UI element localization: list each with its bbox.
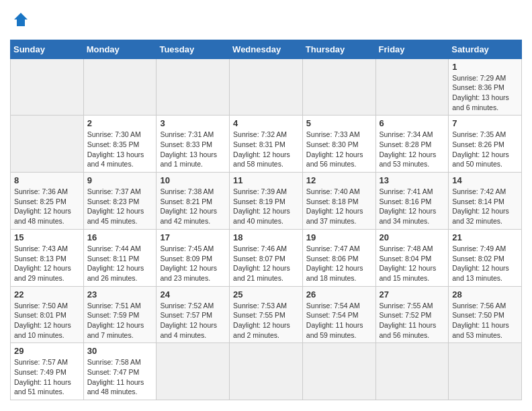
day-info: Sunrise: 7:56 AMSunset: 7:50 PMDaylight:… [452,301,518,340]
day-number: 9 [87,175,153,185]
day-info: Sunrise: 7:30 AMSunset: 8:35 PMDaylight:… [87,130,153,169]
table-row: 12Sunrise: 7:40 AMSunset: 8:18 PMDayligh… [302,173,375,230]
day-number: 10 [160,175,226,185]
table-row [11,116,84,173]
table-row: 6Sunrise: 7:34 AMSunset: 8:28 PMDaylight… [375,116,449,173]
table-row: 11Sunrise: 7:39 AMSunset: 8:19 PMDayligh… [230,173,303,230]
table-row [375,58,449,116]
day-info: Sunrise: 7:41 AMSunset: 8:16 PMDaylight:… [380,187,445,226]
table-row [302,343,375,400]
day-number: 18 [233,232,299,242]
col-header-thursday: Thursday [302,40,375,58]
table-row: 13Sunrise: 7:41 AMSunset: 8:16 PMDayligh… [375,173,449,230]
day-number: 4 [233,118,299,128]
table-row [230,343,303,400]
day-info: Sunrise: 7:32 AMSunset: 8:31 PMDaylight:… [233,130,299,169]
table-row: 30Sunrise: 7:58 AMSunset: 7:47 PMDayligh… [83,343,157,400]
table-row: 25Sunrise: 7:53 AMSunset: 7:55 PMDayligh… [230,286,303,343]
page-header [10,10,522,33]
day-number: 1 [452,62,518,72]
day-number: 17 [160,232,226,242]
day-info: Sunrise: 7:48 AMSunset: 8:04 PMDaylight:… [380,244,445,283]
table-row: 8Sunrise: 7:36 AMSunset: 8:25 PMDaylight… [11,173,84,230]
day-number: 27 [380,289,445,300]
day-number: 12 [306,175,372,185]
week-row: 2Sunrise: 7:30 AMSunset: 8:35 PMDaylight… [11,116,522,173]
table-row: 9Sunrise: 7:37 AMSunset: 8:23 PMDaylight… [83,173,157,230]
day-info: Sunrise: 7:43 AMSunset: 8:13 PMDaylight:… [14,244,80,283]
day-info: Sunrise: 7:42 AMSunset: 8:14 PMDaylight:… [452,187,518,226]
table-row: 10Sunrise: 7:38 AMSunset: 8:21 PMDayligh… [157,173,230,230]
day-info: Sunrise: 7:40 AMSunset: 8:18 PMDaylight:… [306,187,372,226]
table-row: 27Sunrise: 7:55 AMSunset: 7:52 PMDayligh… [375,286,449,343]
logo-icon [11,10,30,29]
table-row: 28Sunrise: 7:56 AMSunset: 7:50 PMDayligh… [449,286,522,343]
day-info: Sunrise: 7:53 AMSunset: 7:55 PMDaylight:… [233,301,299,340]
table-row: 19Sunrise: 7:47 AMSunset: 8:06 PMDayligh… [302,229,375,286]
week-row: 22Sunrise: 7:50 AMSunset: 8:01 PMDayligh… [11,286,522,343]
day-number: 22 [14,289,80,300]
day-info: Sunrise: 7:29 AMSunset: 8:36 PMDaylight:… [452,73,518,113]
table-row: 16Sunrise: 7:44 AMSunset: 8:11 PMDayligh… [83,229,157,286]
table-row: 24Sunrise: 7:52 AMSunset: 7:57 PMDayligh… [157,286,230,343]
header-row: SundayMondayTuesdayWednesdayThursdayFrid… [11,40,522,58]
day-number: 20 [380,232,445,242]
day-number: 26 [306,289,372,300]
day-info: Sunrise: 7:38 AMSunset: 8:21 PMDaylight:… [160,187,226,226]
day-number: 2 [87,118,153,128]
day-number: 11 [233,175,299,185]
day-number: 14 [452,175,518,185]
calendar-table: SundayMondayTuesdayWednesdayThursdayFrid… [10,40,522,401]
day-number: 5 [306,118,372,128]
day-number: 6 [380,118,445,128]
day-info: Sunrise: 7:39 AMSunset: 8:19 PMDaylight:… [233,187,299,226]
day-info: Sunrise: 7:31 AMSunset: 8:33 PMDaylight:… [160,130,226,169]
day-info: Sunrise: 7:35 AMSunset: 8:26 PMDaylight:… [452,130,518,169]
day-number: 13 [380,175,445,185]
table-row: 17Sunrise: 7:45 AMSunset: 8:09 PMDayligh… [157,229,230,286]
table-row: 7Sunrise: 7:35 AMSunset: 8:26 PMDaylight… [449,116,522,173]
day-info: Sunrise: 7:34 AMSunset: 8:28 PMDaylight:… [380,130,445,169]
table-row [157,343,230,400]
table-row: 1Sunrise: 7:29 AMSunset: 8:36 PMDaylight… [449,58,522,116]
table-row: 23Sunrise: 7:51 AMSunset: 7:59 PMDayligh… [83,286,157,343]
table-row [449,343,522,400]
day-info: Sunrise: 7:58 AMSunset: 7:47 PMDaylight:… [87,357,153,397]
day-info: Sunrise: 7:44 AMSunset: 8:11 PMDaylight:… [87,244,153,283]
table-row [230,58,303,116]
day-info: Sunrise: 7:51 AMSunset: 7:59 PMDaylight:… [87,301,153,340]
col-header-wednesday: Wednesday [230,40,303,58]
day-number: 16 [87,232,153,242]
table-row: 3Sunrise: 7:31 AMSunset: 8:33 PMDaylight… [157,116,230,173]
day-info: Sunrise: 7:50 AMSunset: 8:01 PMDaylight:… [14,301,80,340]
table-row: 2Sunrise: 7:30 AMSunset: 8:35 PMDaylight… [83,116,157,173]
week-row: 29Sunrise: 7:57 AMSunset: 7:49 PMDayligh… [11,343,522,400]
table-row: 4Sunrise: 7:32 AMSunset: 8:31 PMDaylight… [230,116,303,173]
table-row [11,58,84,116]
table-row: 22Sunrise: 7:50 AMSunset: 8:01 PMDayligh… [11,286,84,343]
col-header-tuesday: Tuesday [157,40,230,58]
day-number: 25 [233,289,299,300]
day-number: 19 [306,232,372,242]
table-row [302,58,375,116]
col-header-saturday: Saturday [449,40,522,58]
day-info: Sunrise: 7:33 AMSunset: 8:30 PMDaylight:… [306,130,372,169]
day-info: Sunrise: 7:52 AMSunset: 7:57 PMDaylight:… [160,301,226,340]
day-info: Sunrise: 7:55 AMSunset: 7:52 PMDaylight:… [380,301,445,340]
table-row [157,58,230,116]
day-number: 21 [452,232,518,242]
day-info: Sunrise: 7:49 AMSunset: 8:02 PMDaylight:… [452,244,518,283]
day-number: 30 [87,346,153,356]
day-info: Sunrise: 7:37 AMSunset: 8:23 PMDaylight:… [87,187,153,226]
table-row: 20Sunrise: 7:48 AMSunset: 8:04 PMDayligh… [375,229,449,286]
day-info: Sunrise: 7:54 AMSunset: 7:54 PMDaylight:… [306,301,372,340]
day-number: 15 [14,232,80,242]
table-row: 15Sunrise: 7:43 AMSunset: 8:13 PMDayligh… [11,229,84,286]
week-row: 8Sunrise: 7:36 AMSunset: 8:25 PMDaylight… [11,173,522,230]
day-number: 23 [87,289,153,300]
col-header-monday: Monday [83,40,157,58]
day-info: Sunrise: 7:47 AMSunset: 8:06 PMDaylight:… [306,244,372,283]
svg-marker-0 [14,13,28,26]
table-row [375,343,449,400]
col-header-friday: Friday [375,40,449,58]
